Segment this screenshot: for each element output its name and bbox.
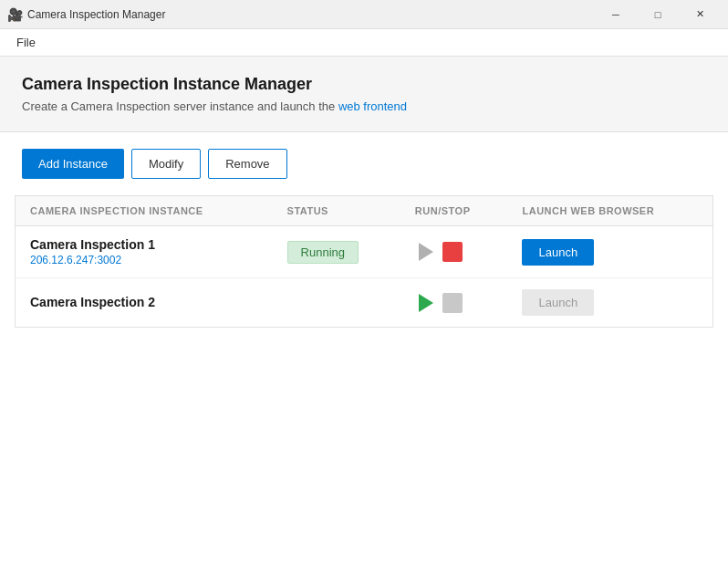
table-row: Camera Inspection 2 Launch	[16, 278, 713, 328]
window-controls: ─ □ ✕	[595, 0, 721, 29]
menubar: File	[0, 29, 728, 57]
camera-icon: 🎥	[7, 7, 23, 22]
col-status: STATUS	[273, 196, 400, 226]
titlebar-title: Camera Inspection Manager	[27, 8, 595, 21]
instances-table-container: CAMERA INSPECTION INSTANCE STATUS RUN/ST…	[0, 195, 728, 574]
play-icon-2	[419, 294, 433, 312]
col-launch: LAUNCH WEB BROWSER	[507, 196, 712, 226]
col-instance: CAMERA INSPECTION INSTANCE	[16, 196, 273, 226]
instance-2-launch: Launch	[507, 278, 712, 328]
minimize-button[interactable]: ─	[595, 0, 637, 29]
subtitle-link[interactable]: web frontend	[338, 99, 407, 113]
table-body: Camera Inspection 1 206.12.6.247:3002 Ru…	[16, 226, 713, 328]
instance-1-name: Camera Inspection 1	[30, 237, 258, 252]
instance-1-status: Running	[273, 226, 400, 278]
run-stop-group-1	[415, 239, 494, 265]
instance-1-info: Camera Inspection 1 206.12.6.247:3002	[16, 226, 273, 278]
instance-2-name: Camera Inspection 2	[30, 295, 258, 309]
remove-button[interactable]: Remove	[208, 149, 286, 179]
modify-button[interactable]: Modify	[131, 149, 201, 179]
launch-button-2: Launch	[522, 289, 594, 316]
col-run-stop: RUN/STOP	[400, 196, 508, 226]
play-icon-1	[419, 243, 433, 261]
menu-file[interactable]: File	[7, 32, 45, 53]
table-row: Camera Inspection 1 206.12.6.247:3002 Ru…	[16, 226, 713, 278]
subtitle-text-1: Create a Camera Inspection server instan…	[22, 99, 338, 113]
instance-1-launch: Launch	[507, 226, 712, 278]
instance-1-run-stop	[400, 226, 508, 278]
table-header-row: CAMERA INSPECTION INSTANCE STATUS RUN/ST…	[16, 196, 713, 226]
header-section: Camera Inspection Instance Manager Creat…	[0, 57, 728, 132]
play-button-2[interactable]	[415, 290, 437, 316]
instance-1-address: 206.12.6.247:3002	[30, 254, 258, 266]
launch-button-1[interactable]: Launch	[522, 239, 594, 266]
run-stop-group-2	[415, 290, 494, 316]
status-badge-running: Running	[287, 241, 359, 264]
stop-button-1[interactable]	[442, 242, 463, 262]
app-icon: 🎥	[7, 7, 22, 22]
instance-2-run-stop	[400, 278, 508, 328]
titlebar: 🎥 Camera Inspection Manager ─ □ ✕	[0, 0, 728, 29]
stop-button-2-disabled	[442, 293, 463, 313]
close-button[interactable]: ✕	[679, 0, 721, 29]
page-title: Camera Inspection Instance Manager	[22, 75, 706, 94]
main-content: Camera Inspection Instance Manager Creat…	[0, 57, 728, 574]
toolbar: Add Instance Modify Remove	[0, 132, 728, 195]
play-button-1[interactable]	[415, 239, 437, 265]
table-header: CAMERA INSPECTION INSTANCE STATUS RUN/ST…	[16, 196, 713, 226]
page-subtitle: Create a Camera Inspection server instan…	[22, 99, 706, 113]
instance-2-info: Camera Inspection 2	[16, 278, 273, 328]
add-instance-button[interactable]: Add Instance	[22, 149, 124, 179]
instances-table: CAMERA INSPECTION INSTANCE STATUS RUN/ST…	[15, 195, 713, 328]
maximize-button[interactable]: □	[637, 0, 679, 29]
instance-2-status	[273, 278, 400, 328]
